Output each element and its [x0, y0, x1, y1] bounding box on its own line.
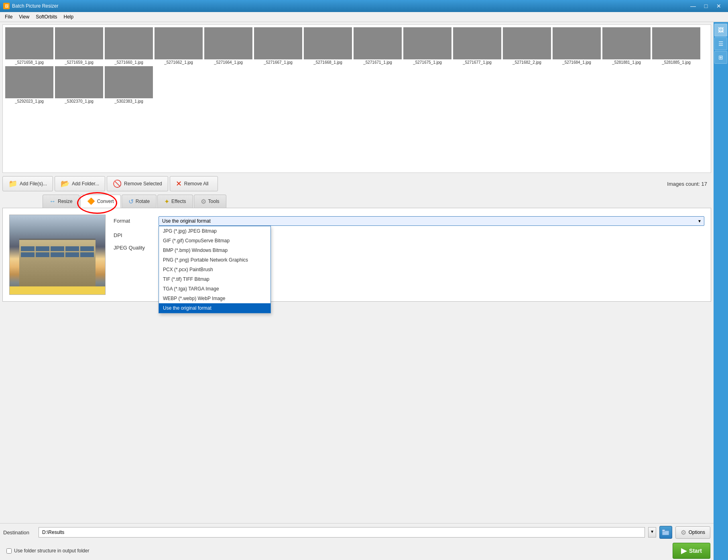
gallery-item[interactable]: _5302370_1.jpg	[55, 66, 103, 103]
format-option[interactable]: TGA (*.tga) TARGA Image	[159, 284, 270, 294]
gallery-filename: _5292023_1.jpg	[15, 99, 44, 103]
gallery-thumb	[105, 66, 153, 98]
tab-effects[interactable]: ✦ Effects	[157, 195, 193, 208]
titlebar: 🖼 Batch Picture Resizer — □ ✕	[0, 0, 728, 12]
main-toolbar: 📁 Add File(s)... 📂 Add Folder... 🚫 Remov…	[0, 174, 714, 193]
effects-icon: ✦	[164, 198, 169, 205]
remove-selected-button[interactable]: 🚫 Remove Selected	[107, 176, 168, 191]
gallery-thumb	[553, 27, 601, 59]
tab-tools[interactable]: ⚙ Tools	[194, 195, 226, 208]
gallery-filename: _5271675_1.jpg	[413, 60, 442, 65]
gallery-thumb	[602, 27, 651, 59]
remove-all-icon: ✕	[176, 179, 182, 188]
bottom-row: Use folder structure in output folder ▶ …	[0, 541, 714, 560]
gallery-item[interactable]: _5271677_1.jpg	[453, 27, 501, 65]
tab-panel: ↔ Resize 🔶 Convert ↺ Rotate ✦	[0, 193, 714, 208]
dropdown-chevron-icon: ▾	[698, 218, 701, 224]
gallery-item[interactable]: _5271664_1.jpg	[204, 27, 252, 65]
maximize-button[interactable]: □	[700, 0, 712, 12]
tab-resize[interactable]: ↔ Resize	[43, 195, 79, 208]
format-option[interactable]: PCX (*.pcx) PaintBrush	[159, 265, 270, 274]
menu-file[interactable]: File	[2, 13, 16, 21]
gallery-filename: _5271677_1.jpg	[463, 60, 492, 65]
gallery-item[interactable]: _5271658_1.jpg	[5, 27, 53, 65]
gallery-item[interactable]: _5271671_1.jpg	[354, 27, 402, 65]
gallery-filename: _5271684_1.jpg	[562, 60, 591, 65]
preview-image	[9, 215, 106, 295]
convert-icon: 🔶	[87, 197, 95, 205]
add-files-button[interactable]: 📁 Add File(s)...	[2, 176, 53, 191]
format-option[interactable]: BMP (*.bmp) Windows Bitmap	[159, 246, 270, 255]
gallery-item[interactable]: _5281881_1.jpg	[602, 27, 651, 65]
gallery-item[interactable]: _5271659_1.jpg	[55, 27, 103, 65]
gallery-thumb	[55, 27, 103, 59]
format-option[interactable]: Use the original format	[159, 303, 270, 313]
convert-panel: Format Use the original format ▾ JPG (*.…	[2, 208, 711, 302]
gallery-item[interactable]: _5271684_1.jpg	[553, 27, 601, 65]
rotate-icon: ↺	[128, 198, 134, 205]
gallery-item[interactable]: _5292023_1.jpg	[5, 66, 53, 103]
gallery-item[interactable]: _5271675_1.jpg	[403, 27, 451, 65]
tab-rotate[interactable]: ↺ Rotate	[122, 195, 157, 208]
folder-structure-checkbox[interactable]	[6, 548, 12, 554]
menubar: File View SoftOrbits Help	[0, 12, 728, 22]
format-dropdown-container: Use the original format ▾ JPG (*.jpg) JP…	[159, 216, 704, 226]
gallery-filename: _5281881_1.jpg	[612, 60, 641, 65]
format-dropdown-list: JPG (*.jpg) JPEG BitmapGIF (*.gif) Compu…	[159, 226, 271, 313]
format-row: Format Use the original format ▾ JPG (*.…	[114, 216, 704, 226]
minimize-button[interactable]: —	[687, 0, 699, 12]
gallery-thumb	[652, 27, 700, 59]
folder-structure-row: Use folder structure in output folder	[3, 546, 92, 555]
view-grid-button[interactable]: ⊞	[714, 51, 727, 64]
dpi-label: DPI	[114, 231, 154, 238]
gallery-filename: _5281885_1.jpg	[662, 60, 691, 65]
menu-help[interactable]: Help	[61, 13, 77, 21]
gallery-panel[interactable]: _5271658_1.jpg _5271659_1.jpg _5271660_1…	[2, 24, 711, 173]
gallery-thumb	[204, 27, 252, 59]
app-title: Batch Picture Resizer	[12, 3, 687, 9]
remove-all-button[interactable]: ✕ Remove All	[170, 176, 218, 191]
start-area: ▶ Start	[673, 543, 710, 559]
tab-convert[interactable]: 🔶 Convert	[80, 195, 121, 208]
view-list-button[interactable]: ☰	[714, 37, 727, 50]
gallery-item[interactable]: _5271660_1.jpg	[105, 27, 153, 65]
gallery-item[interactable]: _5302383_1.jpg	[105, 66, 153, 103]
format-dropdown[interactable]: Use the original format ▾	[159, 216, 704, 226]
gallery-item[interactable]: _5271667_1.jpg	[254, 27, 302, 65]
menu-softorbits[interactable]: SoftOrbits	[33, 13, 60, 21]
gallery-filename: _5271668_1.jpg	[313, 60, 342, 65]
gallery-filename: _5302383_1.jpg	[114, 99, 143, 103]
format-option[interactable]: WEBP (*.webp) WebP Image	[159, 294, 270, 303]
menu-view[interactable]: View	[16, 13, 33, 21]
gallery-item[interactable]: _5271662_1.jpg	[155, 27, 203, 65]
tab-convert-wrapper: 🔶 Convert	[80, 195, 121, 208]
gallery-item[interactable]: _5271668_1.jpg	[304, 27, 352, 65]
gallery-thumb	[354, 27, 402, 59]
jpeg-quality-label: JPEG Quality	[114, 243, 154, 251]
window-controls: — □ ✕	[687, 0, 725, 12]
start-button[interactable]: ▶ Start	[673, 543, 710, 559]
format-option[interactable]: TIF (*.tif) TIFF Bitmap	[159, 274, 270, 284]
close-button[interactable]: ✕	[713, 0, 725, 12]
destination-dropdown-button[interactable]: ▾	[648, 527, 656, 538]
gallery-thumb	[155, 27, 203, 59]
gallery-item[interactable]: _5271682_2.jpg	[503, 27, 551, 65]
format-option[interactable]: PNG (*.png) Portable Network Graphics	[159, 255, 270, 265]
format-option[interactable]: GIF (*.gif) CompuServe Bitmap	[159, 236, 270, 246]
destination-browse-button[interactable]	[659, 526, 672, 539]
format-option[interactable]: JPG (*.jpg) JPEG Bitmap	[159, 226, 270, 236]
images-count: Images count: 17	[667, 181, 711, 187]
add-files-icon: 📁	[8, 179, 17, 188]
options-button[interactable]: ⚙ Options	[675, 526, 710, 539]
resize-icon: ↔	[49, 198, 56, 205]
gallery-item[interactable]: _5281885_1.jpg	[652, 27, 700, 65]
format-label: Format	[114, 216, 154, 224]
view-thumbnail-button[interactable]: 🖼	[714, 24, 727, 37]
gallery-thumb	[403, 27, 451, 59]
add-folder-button[interactable]: 📂 Add Folder...	[55, 176, 105, 191]
gallery-thumb	[304, 27, 352, 59]
start-arrow-icon: ▶	[681, 546, 687, 555]
gallery-filename: _5271664_1.jpg	[214, 60, 243, 65]
destination-input[interactable]	[39, 527, 645, 538]
gallery-filename: _5271662_1.jpg	[164, 60, 193, 65]
